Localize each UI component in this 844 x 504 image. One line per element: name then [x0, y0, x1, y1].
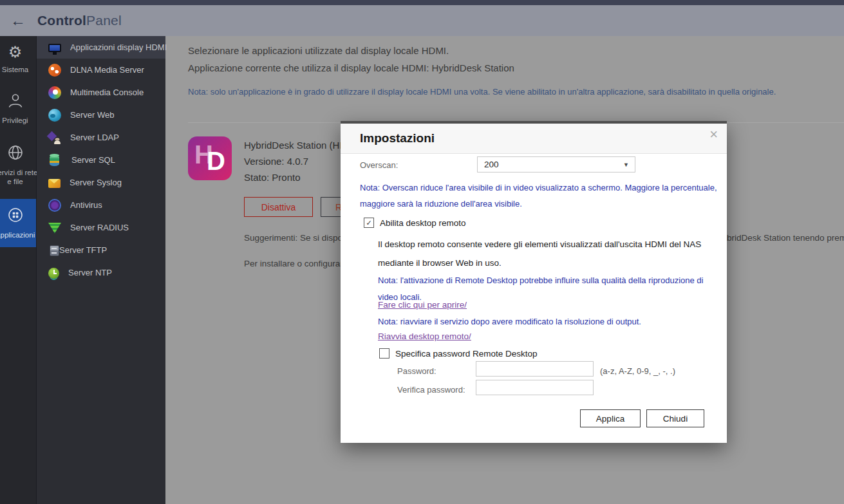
close-button[interactable]: Chiudi: [646, 409, 704, 427]
globe-icon: [7, 144, 24, 163]
rail-item-privilegi[interactable]: Privilegi: [0, 92, 36, 125]
rail-item-sistema[interactable]: ⚙ Sistema: [0, 44, 36, 74]
password-label: Password:: [397, 366, 436, 376]
content-note: Nota: solo un'applicazione è in grado di…: [188, 87, 776, 97]
verify-password-field[interactable]: [476, 380, 594, 395]
overscan-label: Overscan:: [360, 160, 398, 170]
checkbox-label: Specifica password Remote Desktop: [395, 349, 538, 359]
hdmi-display-icon: [48, 44, 61, 52]
menu-item-dlna-media-server[interactable]: DLNA Media Server: [37, 59, 165, 81]
open-remote-desktop-link[interactable]: Fare clic qui per aprire/: [378, 300, 467, 310]
app-version: Versione: 4.0.7: [244, 156, 308, 167]
rail-item-applicazioni-selected[interactable]: Applicazioni: [0, 199, 36, 247]
close-icon[interactable]: ×: [709, 127, 718, 142]
settings-menu: Applicazioni display HDMI DLNA Media Ser…: [37, 36, 165, 504]
tftp-server-icon: [50, 245, 59, 256]
chevron-down-icon: ▼: [623, 162, 629, 168]
checkbox-label: Abilita desktop remoto: [380, 218, 466, 228]
user-icon: [7, 92, 24, 111]
restart-service-note: Nota: riavviare il servizio dopo avere m…: [378, 317, 641, 326]
checkbox-unchecked-icon[interactable]: [379, 348, 389, 359]
intro-line-2: Applicazione corrente che utilizza il di…: [188, 62, 514, 73]
hd-station-app-icon: H D: [188, 136, 232, 180]
restart-remote-desktop-link[interactable]: Riavvia desktop remoto/: [378, 331, 471, 341]
rail-item-servizi-di-rete[interactable]: Servizi di retee file: [0, 144, 36, 186]
menu-item-label: Antivirus: [70, 200, 102, 210]
menu-item-antivirus[interactable]: Antivirus: [37, 194, 165, 216]
category-rail: ⚙ Sistema Privilegi Servizi di retee fil…: [0, 36, 37, 504]
dialog-title: Impostazioni: [360, 131, 435, 145]
tips-line-left: Suggerimenti: Se si dispone: [244, 233, 352, 243]
specify-password-checkbox[interactable]: Specifica password Remote Desktop: [379, 348, 538, 359]
apps-grid-icon: [7, 207, 24, 226]
menu-item-server-sql[interactable]: Server SQL: [37, 149, 165, 171]
antivirus-icon: [48, 199, 61, 212]
menu-item-label: Server NTP: [68, 268, 112, 277]
menu-item-label: Server TFTP: [59, 245, 107, 255]
ldap-icon: [48, 131, 61, 144]
menu-item-applicazioni-display-hdmi[interactable]: Applicazioni display HDMI: [37, 36, 165, 59]
back-arrow-icon[interactable]: ←: [10, 13, 26, 28]
overscan-value: 200: [484, 160, 499, 169]
dialog-header: Impostazioni ×: [341, 124, 727, 154]
ntp-clock-icon: [48, 268, 59, 279]
rail-item-label: Servizi di retee file: [0, 168, 37, 186]
multimedia-icon: [48, 86, 61, 99]
rail-item-label: Privilegi: [2, 116, 28, 125]
menu-item-label: Server LDAP: [70, 133, 119, 142]
menu-item-multimedia-console[interactable]: Multimedia Console: [37, 81, 165, 104]
overscan-note: Nota: Overscan riduce l'area visibile di…: [360, 180, 718, 212]
menu-item-label: Server Web: [70, 110, 114, 120]
intro-line-1: Selezionare le applicazioni utilizzate d…: [188, 45, 449, 56]
rail-item-label: Sistema: [2, 65, 29, 74]
qnap-control-panel: { "header": { "title_bold": "Control", "…: [0, 0, 844, 504]
apply-button[interactable]: Applica: [580, 409, 641, 427]
overscan-dropdown[interactable]: 200 ▼: [477, 156, 635, 173]
syslog-envelope-icon: [48, 179, 61, 188]
menu-item-server-radius[interactable]: Server RADIUS: [37, 216, 165, 239]
disable-button[interactable]: Disattiva: [244, 197, 313, 217]
page-title-light: Panel: [86, 13, 122, 28]
enable-remote-desktop-checkbox[interactable]: ✓ Abilita desktop remoto: [364, 218, 466, 228]
checkbox-checked-icon[interactable]: ✓: [364, 218, 374, 228]
menu-item-server-web[interactable]: Server Web: [37, 104, 165, 126]
tips-line-right: bridDesk Station tenendo premuto: [727, 233, 844, 243]
install-line: Per installare o configurare: [244, 259, 348, 268]
web-globe-icon: [48, 109, 61, 122]
menu-item-label: Server RADIUS: [70, 223, 129, 232]
menu-item-label: Multimedia Console: [70, 88, 144, 97]
page-title: ControlPanel: [37, 13, 122, 28]
window-top-strip: [0, 0, 844, 5]
verify-password-label: Verifica password:: [397, 385, 465, 395]
radius-wifi-icon: [48, 222, 61, 234]
password-field[interactable]: [476, 361, 594, 377]
dialog-body: Overscan: 200 ▼ Nota: Overscan riduce l'…: [341, 154, 727, 443]
menu-item-label: Server Syslog: [70, 178, 122, 187]
app-header: ← ControlPanel: [0, 5, 844, 36]
password-hint: (a-z, A-Z, 0-9, _, -, .): [600, 366, 675, 376]
menu-item-label: DLNA Media Server: [70, 65, 144, 75]
menu-item-server-ldap[interactable]: Server LDAP: [37, 126, 165, 149]
menu-item-label: Applicazioni display HDMI: [70, 42, 167, 52]
menu-item-server-ntp[interactable]: Server NTP: [37, 261, 165, 284]
sql-database-icon: [50, 155, 59, 166]
remote-desktop-description: Il desktop remoto consente vedere gli el…: [378, 235, 718, 272]
menu-item-server-syslog[interactable]: Server Syslog: [37, 171, 165, 194]
page-title-bold: Control: [37, 13, 86, 28]
gear-icon: ⚙: [8, 44, 23, 61]
menu-item-server-tftp[interactable]: Server TFTP: [37, 239, 165, 261]
app-status: Stato: Pronto: [244, 172, 301, 183]
hd-icon-letter-d: D: [207, 147, 225, 176]
dlna-icon: [48, 64, 61, 77]
menu-item-label: Server SQL: [71, 155, 115, 165]
impostazioni-dialog: Impostazioni × Overscan: 200 ▼ Nota: Ove…: [341, 121, 727, 443]
rail-item-label: Applicazioni: [0, 230, 35, 239]
